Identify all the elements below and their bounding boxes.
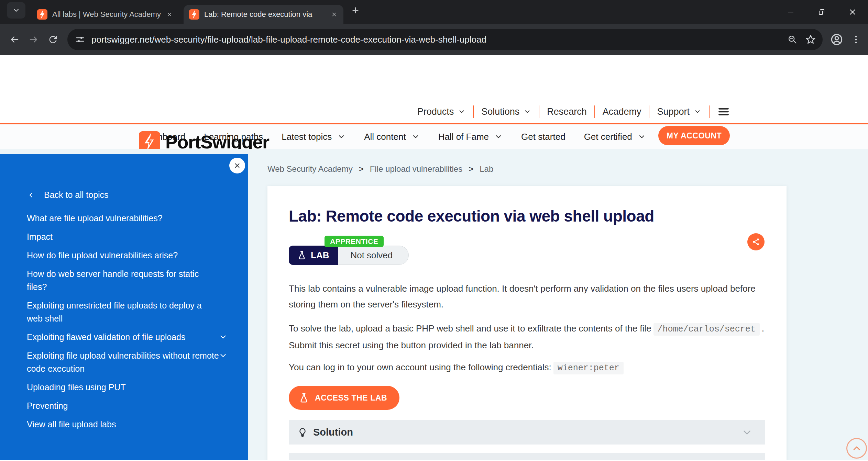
sidebar-item-label: View all file upload labs — [27, 419, 116, 429]
forward-button[interactable] — [24, 30, 43, 49]
credentials-code: wiener:peter — [553, 362, 624, 374]
forward-arrow-icon — [29, 34, 39, 45]
nav-label: Academy — [603, 106, 641, 117]
lab-tag-label: LAB — [311, 250, 329, 261]
nav-support[interactable]: Support — [657, 106, 701, 117]
nav-label: Latest topics — [282, 132, 332, 142]
scroll-to-top-button[interactable] — [846, 438, 867, 459]
nav-label: All content — [364, 132, 406, 142]
chevron-down-icon — [524, 108, 531, 115]
nav-research[interactable]: Research — [547, 106, 587, 117]
accordion-title: Solution — [313, 427, 741, 438]
browser-tab-all-labs[interactable]: All labs | Web Security Academy — [32, 5, 179, 24]
status-badge: Not solved — [338, 246, 409, 265]
sidebar-close-button[interactable] — [229, 158, 245, 173]
share-icon — [751, 237, 760, 246]
breadcrumb-link[interactable]: File upload vulnerabilities — [370, 164, 462, 174]
page-body: Back to all topics What are file upload … — [0, 149, 868, 460]
sidebar-item[interactable]: How do file upload vulnerabilities arise… — [27, 249, 240, 262]
chevron-down-icon — [12, 6, 20, 14]
share-button[interactable] — [747, 233, 765, 250]
browser-tab-lab[interactable]: Lab: Remote code execution via — [184, 5, 343, 24]
chevron-down-icon — [219, 351, 228, 360]
url-text: portswigger.net/web-security/file-upload… — [91, 34, 779, 45]
nav-label: Support — [657, 106, 690, 117]
sidebar-item[interactable]: Impact — [27, 230, 240, 243]
hamburger-menu-button[interactable] — [718, 106, 729, 117]
academy-nav-get-certified[interactable]: Get certified — [584, 132, 646, 142]
sidebar-item-label: Exploiting unrestricted file uploads to … — [27, 301, 202, 323]
access-the-lab-button[interactable]: ACCESS THE LAB — [289, 386, 399, 410]
sidebar-item-label: What are file upload vulnerabilities? — [27, 213, 163, 223]
back-button[interactable] — [5, 30, 24, 49]
sidebar-item[interactable]: What are file upload vulnerabilities? — [27, 212, 240, 225]
sidebar-item[interactable]: Preventing — [27, 399, 240, 412]
community-solutions-accordion[interactable]: Community solutions — [289, 453, 765, 460]
chevron-down-icon — [741, 427, 753, 438]
back-to-all-topics-link[interactable]: Back to all topics — [27, 190, 240, 200]
nav-label: Get started — [521, 132, 565, 142]
my-account-button[interactable]: MY ACCOUNT — [658, 126, 730, 145]
chevron-up-icon — [851, 443, 862, 454]
sidebar-item[interactable]: How do web server handle requests for st… — [27, 267, 240, 293]
lab-tag: LAB — [289, 246, 338, 265]
avatar-icon — [830, 33, 843, 46]
academy-nav-hall-of-fame[interactable]: Hall of Fame — [438, 132, 503, 142]
sidebar-item-label: Uploading files using PUT — [27, 382, 126, 392]
credentials-text: You can log in to your own account using… — [289, 362, 551, 372]
tab-title: All labs | Web Security Academy — [52, 10, 164, 19]
academy-nav-latest-topics[interactable]: Latest topics — [282, 132, 345, 142]
academy-nav-all-content[interactable]: All content — [364, 132, 419, 142]
sidebar-item[interactable]: Uploading files using PUT — [27, 381, 240, 394]
portswigger-favicon-icon — [189, 9, 199, 20]
address-bar[interactable]: portswigger.net/web-security/file-upload… — [67, 29, 823, 50]
minimize-button[interactable] — [775, 0, 806, 24]
chevron-down-icon — [411, 133, 420, 141]
tab-search-button[interactable] — [7, 2, 25, 19]
breadcrumb-link[interactable]: Web Security Academy — [267, 164, 353, 174]
topic-sidebar: Back to all topics What are file upload … — [0, 154, 248, 460]
tab-close-icon[interactable] — [328, 9, 340, 20]
sidebar-item-expandable[interactable]: Exploiting file upload vulnerabilities w… — [27, 349, 240, 375]
sidebar-item[interactable]: Exploiting unrestricted file uploads to … — [27, 299, 240, 325]
lab-status-widget: LAB Not solved — [289, 246, 409, 265]
breadcrumb: Web Security Academy > File upload vulne… — [267, 164, 787, 174]
profile-button[interactable] — [830, 33, 843, 46]
back-arrow-icon — [9, 34, 20, 45]
nav-label: Hall of Fame — [438, 132, 489, 142]
lightbulb-icon — [297, 427, 308, 438]
solution-accordion[interactable]: Solution — [289, 420, 765, 445]
academy-nav-get-started[interactable]: Get started — [521, 132, 565, 142]
nav-products[interactable]: Products — [417, 106, 466, 117]
bookmark-button[interactable] — [805, 34, 816, 45]
nav-academy[interactable]: Academy — [603, 106, 641, 117]
chevron-down-icon — [458, 108, 465, 115]
browser-menu-button[interactable] — [851, 34, 861, 45]
nav-separator — [594, 105, 595, 118]
sidebar-item-label: Preventing — [27, 401, 68, 411]
nav-separator — [473, 105, 474, 118]
chevron-down-icon — [494, 133, 503, 141]
site-info-button[interactable] — [75, 34, 85, 45]
chevron-down-icon — [337, 133, 345, 141]
nav-solutions[interactable]: Solutions — [481, 106, 531, 117]
reload-button[interactable] — [43, 30, 63, 49]
zoom-indicator-button[interactable] — [788, 35, 797, 44]
new-tab-button[interactable] — [348, 2, 363, 18]
window-controls — [775, 0, 868, 24]
star-icon — [805, 34, 816, 45]
close-window-button[interactable] — [837, 0, 868, 24]
nav-separator — [539, 105, 539, 118]
sidebar-item[interactable]: View all file upload labs — [27, 418, 240, 431]
nav-label: Research — [547, 106, 587, 117]
sidebar-item-label: How do web server handle requests for st… — [27, 269, 199, 292]
tab-close-icon[interactable] — [164, 9, 175, 20]
sidebar-item-label: How do file upload vulnerabilities arise… — [27, 250, 178, 260]
difficulty-badge: APPRENTICE — [325, 236, 384, 247]
sidebar-item-expandable[interactable]: Exploiting flawed validation of file upl… — [27, 330, 240, 344]
zoom-out-icon — [788, 35, 797, 44]
nav-separator — [649, 105, 649, 118]
restore-button[interactable] — [806, 0, 837, 24]
site-header: PortSwigger MY ACCOUNT Products Solution… — [0, 55, 868, 124]
back-link-label: Back to all topics — [44, 190, 109, 200]
